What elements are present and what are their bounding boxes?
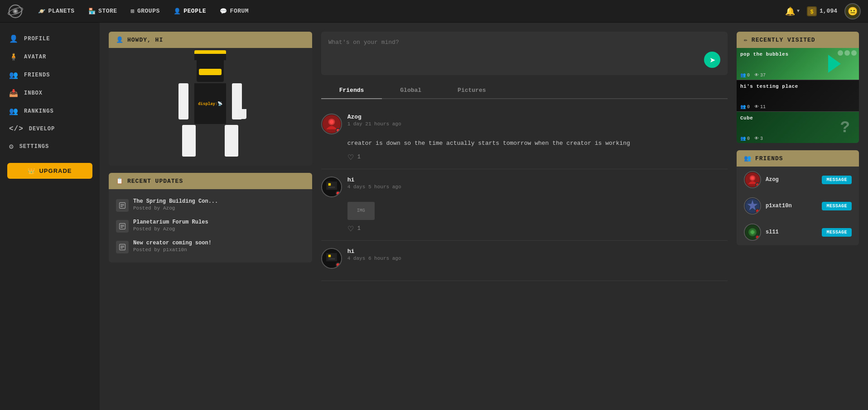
sidebar-item-avatar[interactable]: 🧍 Avatar xyxy=(0,48,100,66)
post-time-2: 4 days 6 hours ago xyxy=(347,256,728,261)
center-column: 👤 Howdy, Hi display:📡 xyxy=(109,32,312,401)
post-body-0: creator is down so the time actually sta… xyxy=(321,139,728,148)
svg-rect-22 xyxy=(326,181,337,190)
right-column: ✏ Recently Visited pop the bubbles xyxy=(737,32,859,401)
like-button-0[interactable]: ♡ xyxy=(347,153,354,162)
recently-visited-card: ✏ Recently Visited pop the bubbles xyxy=(737,32,859,143)
post-actions-1: ♡ 1 xyxy=(321,224,728,233)
offline-dot-p1xat10n xyxy=(755,209,760,213)
app-logo[interactable] xyxy=(7,3,24,19)
offline-dot-sl11 xyxy=(755,235,760,239)
views-icon-2: 👁 xyxy=(754,136,759,141)
howdy-header: 👤 Howdy, Hi xyxy=(109,32,312,48)
avatar-head xyxy=(197,57,224,82)
nav-forum[interactable]: 💬 Forum xyxy=(214,5,254,18)
avatar-glasses xyxy=(199,69,222,75)
question-mark-icon: ? xyxy=(840,118,850,137)
post-box: ➤ xyxy=(321,32,728,75)
svg-rect-26 xyxy=(326,253,337,261)
poster-avatar-hi-1[interactable] xyxy=(321,176,342,197)
update-text-1: Planetarium Forum Rules Posted by Azog xyxy=(133,219,305,232)
tab-friends[interactable]: Friends xyxy=(321,82,382,98)
players-icon-1: 👥 xyxy=(740,104,746,110)
avatar-leg-left xyxy=(182,125,196,157)
post-image-1: IMG xyxy=(321,202,728,220)
offline-dot-azog xyxy=(755,182,760,187)
nav-links: 🪐 Planets 🏪 Store ⊞ Groups 👤 People 💬 Fo… xyxy=(33,5,785,18)
settings-icon: ⚙ xyxy=(9,142,14,151)
updates-icon: 📋 xyxy=(116,177,124,185)
user-icon: 👤 xyxy=(116,36,124,43)
upgrade-button[interactable]: 👑 Upgrade xyxy=(7,163,92,179)
friend-avatar-p1xat10n[interactable] xyxy=(744,197,761,215)
recently-visited-header: ✏ Recently Visited xyxy=(737,32,859,48)
svg-rect-24 xyxy=(328,186,335,188)
user-avatar-nav[interactable]: 😐 xyxy=(844,3,861,19)
notifications-bell[interactable]: 🔔 ▼ xyxy=(785,6,800,16)
post-actions-0: ♡ 1 xyxy=(321,153,728,162)
avatar-emoji: 😐 xyxy=(848,6,858,16)
top-navigation: 🪐 Planets 🏪 Store ⊞ Groups 👤 People 💬 Fo… xyxy=(0,0,868,23)
sidebar-item-settings[interactable]: ⚙ Settings xyxy=(0,138,100,156)
sidebar-item-friends[interactable]: 👥 Friends xyxy=(0,66,100,84)
message-button-p1xat10n[interactable]: Message xyxy=(822,202,852,210)
main-content: 👤 Howdy, Hi display:📡 xyxy=(100,23,868,410)
currency-display: $ 1,094 xyxy=(807,6,837,16)
people-icon: 👤 xyxy=(174,8,181,15)
visited-item-2[interactable]: ? Cube 👥 0 👁 3 xyxy=(737,111,859,143)
visited-item-1[interactable]: hi's testing place 👥 0 👁 11 xyxy=(737,80,859,111)
avatar-hat xyxy=(194,50,226,60)
planet-nav-icon: 🪐 xyxy=(38,8,46,15)
bell-icon: 🔔 xyxy=(785,6,795,16)
svg-rect-23 xyxy=(328,183,330,186)
tab-global[interactable]: Global xyxy=(382,82,439,98)
message-button-sl11[interactable]: Message xyxy=(822,228,852,237)
tab-pictures[interactable]: Pictures xyxy=(439,82,504,98)
sidebar: 👤 Profile 🧍 Avatar 👥 Friends 📥 Inbox 👥 R… xyxy=(0,23,100,410)
updates-list: The Spring Building Con... Posted by Azo… xyxy=(109,189,312,262)
avatar-leg-right xyxy=(225,125,238,157)
visited-item-0[interactable]: pop the bubbles 👥 0 👁 37 xyxy=(737,48,859,80)
develop-icon: </> xyxy=(9,125,24,133)
rankings-icon: 👥 xyxy=(9,107,19,116)
like-button-1[interactable]: ♡ xyxy=(347,224,354,233)
views-icon: 👁 xyxy=(754,72,759,78)
nav-store[interactable]: 🏪 Store xyxy=(83,5,123,18)
page-layout: 👤 Profile 🧍 Avatar 👥 Friends 📥 Inbox 👥 R… xyxy=(0,23,868,410)
profile-icon: 👤 xyxy=(9,34,19,43)
update-item-0[interactable]: The Spring Building Con... Posted by Azo… xyxy=(109,195,312,215)
avatar-display: display:📡 xyxy=(109,48,312,166)
sidebar-item-rankings[interactable]: 👥 Rankings xyxy=(0,102,100,120)
poster-avatar-azog-0[interactable] xyxy=(321,114,342,134)
friends-panel-icon: 👥 xyxy=(744,155,752,162)
feed-tabs: Friends Global Pictures xyxy=(321,82,728,99)
poster-avatar-hi-2[interactable] xyxy=(321,248,342,269)
update-item-2[interactable]: New creator coming soon! Posted by p1xat… xyxy=(109,236,312,257)
sidebar-item-develop[interactable]: </> Develop xyxy=(0,120,100,138)
sidebar-item-profile[interactable]: 👤 Profile xyxy=(0,30,100,48)
svg-point-31 xyxy=(751,176,754,180)
message-button-azog[interactable]: Message xyxy=(822,176,852,184)
sidebar-item-inbox[interactable]: 📥 Inbox xyxy=(0,84,100,102)
post-icon-0 xyxy=(116,199,129,212)
friend-item-sl11: sl11 Message xyxy=(737,219,859,245)
friend-avatar-azog[interactable] xyxy=(744,171,761,188)
nav-planets[interactable]: 🪐 Planets xyxy=(33,5,80,18)
friend-item-p1xat10n: p1xat10n Message xyxy=(737,193,859,219)
friend-avatar-sl11[interactable] xyxy=(744,224,761,241)
nav-groups[interactable]: ⊞ Groups xyxy=(125,5,165,18)
nav-right: 🔔 ▼ $ 1,094 😐 xyxy=(785,3,861,19)
feed-column: ➤ Friends Global Pictures xyxy=(321,32,728,401)
send-button[interactable]: ➤ xyxy=(704,52,720,68)
post-icon-2 xyxy=(116,241,129,253)
recent-updates-card: 📋 Recent Updates xyxy=(109,173,312,262)
avatar-figure: display:📡 xyxy=(178,57,242,157)
update-text-2: New creator coming soon! Posted by p1xat… xyxy=(133,240,305,253)
friends-panel: 👥 Friends Azog xyxy=(737,150,859,245)
post-input[interactable] xyxy=(328,39,720,66)
groups-icon: ⊞ xyxy=(131,8,135,15)
update-item-1[interactable]: Planetarium Forum Rules Posted by Azog xyxy=(109,215,312,236)
update-text-0: The Spring Building Con... Posted by Azo… xyxy=(133,198,305,211)
post-icon-1 xyxy=(116,220,129,233)
nav-people[interactable]: 👤 People xyxy=(168,5,212,18)
